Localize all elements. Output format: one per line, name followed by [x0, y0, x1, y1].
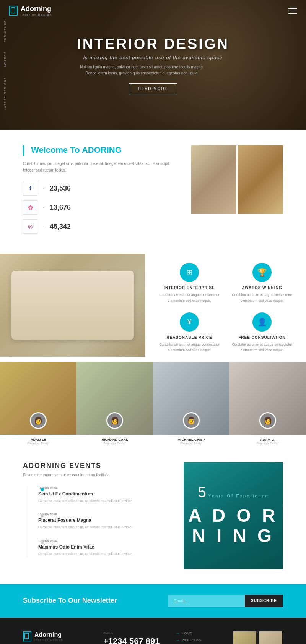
timeline-desc-0: Curabitur maximus odio enim, ac blandit …	[38, 498, 172, 503]
feature-title-1: AWARDS WINNING	[230, 286, 295, 290]
footer-logo-text-group: Adorning Interior Design	[34, 631, 63, 641]
team-card-2[interactable]: 👨 MICHAEL CRISP Business Dealer	[153, 362, 230, 447]
feature-desc-0: Curabitur ac enim et augue consectetur e…	[157, 292, 222, 303]
logo-text-group: Adorning Interior Design	[21, 5, 52, 16]
footer-logo-icon	[23, 631, 31, 641]
feature-reasonable-price: ¥ REASONABLE PRICE Curabitur ac enim et …	[157, 312, 222, 353]
team-card-3[interactable]: 👩 ADAM LII Business Dealer	[230, 362, 306, 447]
menu-line-1	[288, 8, 297, 9]
feature-awards-winning: 🏆 AWARDS WINNING Curabitur ac enim et au…	[230, 263, 295, 303]
timeline-title-0: Sem Ut Ex Condimentum	[38, 491, 172, 497]
events-right: 5 Years Of Experience A D O R N I N G	[184, 462, 283, 569]
feature-title-0: INTERIOR ENTERPRISE	[157, 286, 222, 290]
reasonable-price-icon: ¥	[180, 312, 199, 332]
newsletter-section: Subscribe To Our Newsletter SUBSCRIBE	[0, 584, 306, 618]
timeline-desc-1: Curabitur maximus odio enim, ac blandit …	[38, 524, 172, 530]
welcome-description: Curabitur nec purus eget urna pulvinar p…	[23, 160, 180, 173]
instagram-icon-box[interactable]: ◎	[23, 219, 37, 234]
footer-links-column: → HOME → WEB ICONS → TYPOGRAPHY → CONTAC…	[176, 631, 222, 644]
footer-gallery	[233, 631, 283, 644]
free-consultation-icon: 👤	[252, 312, 272, 332]
newsletter-subscribe-button[interactable]: SUBSCRIBE	[245, 595, 283, 607]
team-role-3: Business Dealer	[231, 442, 304, 445]
features-sofa-image	[0, 254, 145, 357]
feature-desc-3: Curabitur ac enim et augue consectetur e…	[230, 342, 295, 353]
feature-desc-1: Curabitur ac enim et augue consectetur e…	[230, 292, 295, 303]
footer-logo-column: Adorning Interior Design f t in p	[23, 631, 92, 644]
timeline-item-1: 13 NOV 2016 Placerat Posuere Magna Curab…	[38, 513, 172, 530]
timeline-desc-2: Curabitur maximus odio enim, ac blandit …	[38, 551, 172, 557]
social-dash-3: -	[43, 224, 44, 229]
newsletter-title: Subscribe To Our Newsletter	[23, 597, 117, 605]
team-avatar-2: 👨	[183, 412, 200, 429]
footer-logo[interactable]: Adorning Interior Design	[23, 631, 92, 641]
social-row-instagram: ◎ - 45,342	[23, 219, 180, 234]
logo-icon	[9, 6, 18, 16]
footer-link-home-label: HOME	[182, 631, 192, 635]
team-name-3: ADAM LII	[231, 438, 304, 442]
newsletter-form: SUBSCRIBE	[168, 595, 283, 607]
sidebar-label-furniture[interactable]: Furniture	[4, 20, 7, 42]
feature-title-3: FREE CONSULTATION	[230, 335, 295, 340]
footer-gallery-column	[233, 631, 283, 644]
welcome-title: Welcome To ADORING	[23, 145, 180, 156]
footer-gallery-img-2[interactable]	[259, 631, 282, 644]
sidebar-label-awards[interactable]: Awards	[4, 51, 7, 67]
newsletter-email-input[interactable]	[168, 595, 245, 607]
team-card-0[interactable]: 👩 ADAM LII Business Dealer	[0, 362, 76, 447]
social-row-dribbble: ✿ - 13,676	[23, 200, 180, 215]
timeline-item-2: 17 NOV 2016 Maximus Odio Enim Vitae Cura…	[38, 539, 172, 557]
read-more-button[interactable]: READ MORE	[129, 83, 178, 94]
footer-link-web-icons-label: WEB ICONS	[182, 638, 202, 642]
instagram-count: 45,342	[50, 223, 71, 231]
footer-gallery-img-1[interactable]	[233, 631, 256, 644]
hamburger-menu[interactable]	[288, 7, 297, 15]
welcome-image-living	[191, 145, 236, 214]
timeline-item-0: 10 NOV 2016 Sem Ut Ex Condimentum Curabi…	[38, 486, 172, 503]
footer-link-web-icons[interactable]: → WEB ICONS	[176, 638, 222, 642]
sidebar-labels: Furniture Awards Latest Designs	[4, 0, 7, 130]
hero-description: Nullam ligula magna, pulvinar eget justo…	[77, 64, 207, 76]
experience-content: 5 Years Of Experience A D O R N I N G	[188, 484, 278, 546]
facebook-icon: f	[29, 185, 31, 191]
hero-logo[interactable]: Adorning Interior Design	[9, 5, 52, 16]
team-info-2: MICHAEL CRISP Business Dealer	[153, 435, 230, 447]
menu-line-3	[288, 13, 297, 14]
dribbble-icon-box[interactable]: ✿	[23, 200, 37, 215]
welcome-brand: ADORING	[82, 145, 122, 155]
welcome-images	[191, 145, 283, 214]
team-info-0: ADAM LII Business Dealer	[0, 435, 76, 447]
hero-section: Adorning Interior Design Furniture Award…	[0, 0, 306, 130]
footer-contact-label: Call Us	[103, 631, 164, 635]
instagram-icon: ◎	[28, 223, 33, 230]
timeline-dot-2	[41, 541, 44, 544]
team-name-0: ADAM LII	[2, 438, 75, 442]
arrow-icon-home: →	[176, 631, 179, 635]
team-card-1[interactable]: 👩 RICHARD CARL Business Dealer	[76, 362, 153, 447]
experience-box: 5 Years Of Experience A D O R N I N G	[184, 462, 283, 569]
interior-enterprise-icon: ⊞	[180, 263, 199, 282]
experience-years-row: 5 Years Of Experience	[188, 484, 278, 506]
team-avatar-1: 👩	[106, 412, 123, 429]
facebook-icon-box[interactable]: f	[23, 181, 37, 196]
features-section: ⊞ INTERIOR ENTERPRISE Curabitur ac enim …	[0, 254, 306, 362]
footer-contact-column: Call Us +1234 567 891 My Company, 875 Je…	[103, 631, 164, 644]
arrow-icon-web-icons: →	[176, 638, 179, 642]
title-bar	[23, 145, 24, 156]
sofa-visual	[11, 271, 134, 340]
feature-interior-enterprise: ⊞ INTERIOR ENTERPRISE Curabitur ac enim …	[157, 263, 222, 303]
footer-link-home[interactable]: → HOME	[176, 631, 222, 635]
welcome-right	[191, 145, 283, 214]
team-role-0: Business Dealer	[2, 442, 75, 445]
logo-name: Adorning	[21, 5, 52, 13]
logo-subtitle: Interior Design	[21, 13, 52, 16]
timeline-line	[27, 486, 27, 557]
welcome-left: Welcome To ADORING Curabitur nec purus e…	[23, 145, 180, 238]
timeline-date-1: 13 NOV 2016	[38, 513, 172, 516]
team-section: 👩 ADAM LII Business Dealer 👩 RICHARD CAR…	[0, 362, 306, 447]
hero-title: INTERIOR DESIGN	[77, 36, 229, 52]
footer-logo-sub: Interior Design	[34, 638, 63, 641]
events-left: ADORNING EVENTS Fusce elementum sem ut e…	[23, 462, 172, 569]
timeline-dot-1	[41, 514, 44, 518]
sidebar-label-latest[interactable]: Latest Designs	[4, 77, 7, 110]
